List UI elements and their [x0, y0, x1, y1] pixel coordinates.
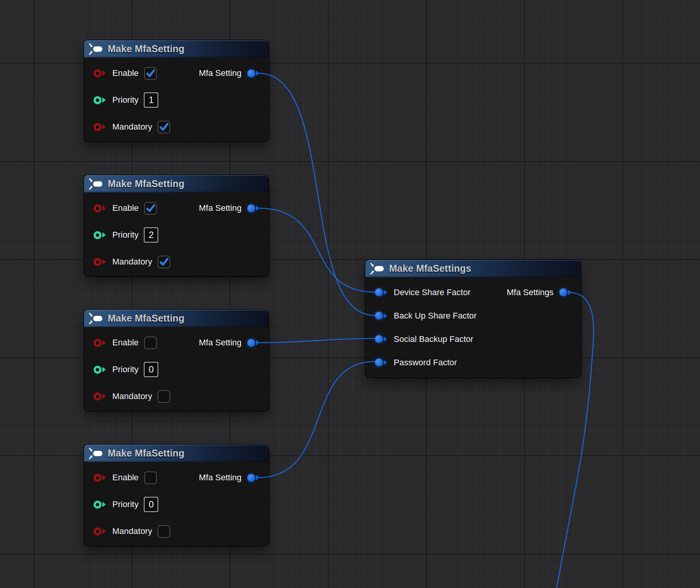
- mandatory-checkbox[interactable]: [158, 525, 170, 538]
- social-backup-factor-input-pin[interactable]: [375, 335, 387, 343]
- back-up-share-factor-pin-label: Back Up Share Factor: [394, 311, 477, 321]
- mandatory-input-pin[interactable]: [94, 258, 106, 266]
- output-pin-label: Mfa Setting: [199, 68, 242, 78]
- enable-checkbox[interactable]: [144, 337, 157, 349]
- mandatory-input-pin[interactable]: [94, 123, 106, 131]
- node-output-row: Mfa Setting: [199, 329, 260, 356]
- node-title: Make MfaSetting: [108, 43, 184, 54]
- priority-pin-label: Priority: [112, 365, 138, 374]
- mfa-setting-output-pin[interactable]: [247, 339, 260, 347]
- enable-input-pin[interactable]: [94, 339, 106, 347]
- node-output-row: Mfa Setting: [199, 60, 260, 87]
- priority-pin-label: Priority: [112, 95, 138, 105]
- node-make_mfasetting_2[interactable]: Make MfaSetting EnablePriority2Mandatory…: [84, 175, 269, 276]
- mfa-setting-output-pin[interactable]: [247, 474, 260, 482]
- node-header-drag-handle[interactable]: Make MfaSetting: [84, 310, 269, 327]
- priority-input-pin[interactable]: [94, 366, 106, 374]
- mandatory-checkbox[interactable]: [158, 256, 170, 268]
- node-header-drag-handle[interactable]: Make MfaSetting: [84, 175, 269, 192]
- make-struct-icon: [89, 313, 104, 324]
- pin-row-mandatory: Mandatory: [84, 518, 269, 545]
- enable-checkbox[interactable]: [144, 67, 157, 80]
- pin-row-priority: Priority0: [84, 491, 269, 518]
- priority-input-pin[interactable]: [94, 96, 106, 104]
- node-make_mfasetting_1[interactable]: Make MfaSetting EnablePriority1Mandatory…: [84, 40, 269, 141]
- mfa-settings-output-pin[interactable]: [559, 288, 572, 296]
- enable-input-pin[interactable]: [94, 69, 106, 77]
- node-make_mfasetting_4[interactable]: Make MfaSetting EnablePriority0Mandatory…: [84, 445, 269, 546]
- priority-number-input[interactable]: 0: [144, 497, 158, 512]
- pin-row-priority: Priority0: [84, 356, 269, 383]
- checkmark-icon: [145, 67, 156, 79]
- node-output-row: Mfa Settings: [507, 281, 572, 304]
- back-up-share-factor-input-pin[interactable]: [375, 312, 387, 320]
- make-struct-icon: [89, 43, 104, 55]
- pin-row-mandatory: Mandatory: [84, 248, 269, 275]
- enable-pin-label: Enable: [112, 338, 139, 348]
- device-share-factor-pin-label: Device Share Factor: [394, 287, 471, 297]
- node-header-drag-handle[interactable]: Make MfaSettings: [365, 260, 581, 277]
- mandatory-input-pin[interactable]: [94, 527, 106, 535]
- social-backup-factor-pin-label: Social Backup Factor: [394, 334, 473, 344]
- checkmark-icon: [158, 256, 169, 268]
- mandatory-checkbox[interactable]: [158, 121, 170, 133]
- priority-pin-label: Priority: [112, 499, 138, 509]
- node-output-row: Mfa Setting: [199, 464, 260, 491]
- output-pin-label: Mfa Setting: [199, 338, 242, 348]
- node-title: Make MfaSettings: [389, 263, 471, 274]
- checkmark-icon: [158, 121, 169, 133]
- node-header-drag-handle[interactable]: Make MfaSetting: [84, 40, 269, 57]
- password-factor-input-pin[interactable]: [375, 358, 387, 366]
- blueprint-graph-canvas[interactable]: { "graph": { "type": "unreal-blueprint-g…: [0, 0, 700, 588]
- node-title: Make MfaSetting: [108, 313, 184, 324]
- checkmark-icon: [145, 202, 156, 214]
- node-header-drag-handle[interactable]: Make MfaSetting: [84, 445, 269, 462]
- mandatory-pin-label: Mandatory: [112, 391, 152, 401]
- pin-row-password-factor: Password Factor: [365, 351, 581, 374]
- make-struct-icon: [89, 448, 104, 459]
- mfa-setting-output-pin[interactable]: [247, 69, 260, 77]
- make-struct-icon: [89, 178, 104, 190]
- node-make_mfasetting_3[interactable]: Make MfaSetting EnablePriority0Mandatory…: [84, 310, 269, 411]
- output-pin-label: Mfa Setting: [199, 473, 242, 483]
- enable-input-pin[interactable]: [94, 204, 106, 212]
- enable-checkbox[interactable]: [144, 471, 157, 484]
- mandatory-pin-label: Mandatory: [112, 526, 152, 536]
- mandatory-pin-label: Mandatory: [112, 257, 152, 267]
- node-output-row: Mfa Setting: [199, 195, 260, 222]
- node-make_mfasettings[interactable]: Make MfaSettings Device Share FactorBack…: [365, 260, 581, 378]
- pin-row-back-up-share-factor: Back Up Share Factor: [365, 304, 581, 327]
- device-share-factor-input-pin[interactable]: [375, 288, 387, 296]
- wire-w2[interactable]: [258, 208, 375, 292]
- pin-row-priority: Priority2: [84, 222, 269, 248]
- output-pin-label: Mfa Settings: [507, 287, 554, 297]
- mandatory-pin-label: Mandatory: [112, 122, 152, 132]
- priority-input-pin[interactable]: [94, 501, 106, 509]
- node-title: Make MfaSetting: [108, 448, 184, 459]
- enable-checkbox[interactable]: [144, 202, 157, 215]
- enable-input-pin[interactable]: [94, 474, 106, 482]
- output-pin-label: Mfa Setting: [199, 203, 242, 213]
- wire-w1[interactable]: [258, 73, 375, 315]
- priority-number-input[interactable]: 1: [144, 92, 158, 108]
- node-title: Make MfaSetting: [108, 178, 184, 189]
- mandatory-input-pin[interactable]: [94, 393, 106, 401]
- wire-w3[interactable]: [258, 338, 375, 343]
- enable-pin-label: Enable: [112, 68, 139, 78]
- make-struct-icon: [370, 263, 385, 274]
- pin-row-priority: Priority1: [84, 87, 269, 113]
- password-factor-pin-label: Password Factor: [394, 358, 457, 368]
- mandatory-checkbox[interactable]: [158, 390, 170, 403]
- pin-row-mandatory: Mandatory: [84, 113, 269, 140]
- enable-pin-label: Enable: [112, 203, 139, 213]
- priority-number-input[interactable]: 2: [144, 227, 158, 243]
- wire-w4[interactable]: [258, 361, 375, 478]
- enable-pin-label: Enable: [112, 473, 139, 483]
- pin-row-mandatory: Mandatory: [84, 383, 269, 410]
- mfa-setting-output-pin[interactable]: [247, 204, 260, 212]
- priority-input-pin[interactable]: [94, 231, 106, 239]
- priority-number-input[interactable]: 0: [144, 362, 158, 377]
- priority-pin-label: Priority: [112, 230, 138, 240]
- pin-row-social-backup-factor: Social Backup Factor: [365, 327, 581, 351]
